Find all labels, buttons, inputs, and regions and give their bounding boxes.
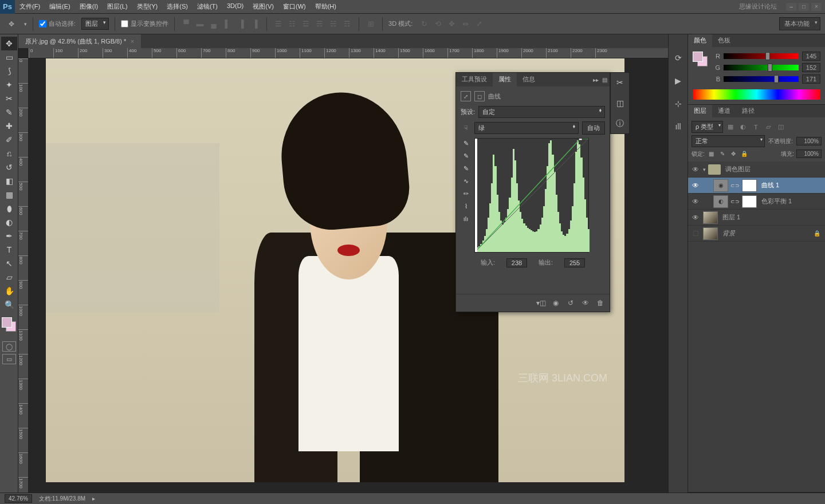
actions-panel-icon[interactable]: ▶	[672, 74, 685, 87]
3d-orbit-icon[interactable]: ↻	[418, 18, 430, 30]
filter-smart-icon[interactable]: ◫	[776, 123, 786, 132]
filter-adj-icon[interactable]: ◐	[738, 123, 748, 132]
path-tool[interactable]: ↖	[1, 257, 17, 270]
ruler-vertical[interactable]: 0100200300400500600700800900100011001200…	[18, 58, 29, 493]
histogram-panel-icon[interactable]: ıll	[672, 120, 685, 133]
auto-align-icon[interactable]: ⊞	[365, 18, 376, 30]
layer-name[interactable]: 曲线 1	[759, 181, 779, 190]
align-hcenter-icon[interactable]: ▐	[235, 18, 247, 30]
distribute-v-icon[interactable]: ☷	[286, 18, 298, 30]
align-top-icon[interactable]: ▀	[180, 18, 192, 30]
lock-all-icon[interactable]: 🔒	[740, 150, 749, 158]
curve-pencil-icon[interactable]: ✏	[461, 188, 471, 199]
history-brush-tool[interactable]: ↺	[1, 160, 17, 174]
navigator-panel-icon[interactable]: ⊹	[672, 97, 685, 110]
eyedropper-black-icon[interactable]: ✎	[461, 138, 471, 148]
move-tool[interactable]: ✥	[1, 37, 17, 50]
stamp-tool[interactable]: ⎌	[1, 147, 17, 160]
screenmode-icon[interactable]: ▭	[2, 354, 16, 364]
visibility-icon[interactable]: 👁	[690, 166, 701, 174]
tab-properties[interactable]: 属性	[493, 73, 517, 86]
distribute-h-icon[interactable]: ☰	[273, 18, 284, 30]
layer-row-background[interactable]: ☐ 背景 🔒	[688, 226, 825, 242]
3d-scale-icon[interactable]: ⤢	[473, 18, 485, 30]
toggle-visibility-icon[interactable]: 👁	[580, 298, 591, 308]
tab-channels[interactable]: 通道	[712, 105, 736, 117]
link-icon[interactable]: ⊂⊃	[730, 199, 740, 204]
r-slider[interactable]	[724, 53, 799, 59]
color-swatch[interactable]	[693, 52, 709, 68]
curve-hist-icon[interactable]: ılı	[461, 214, 471, 224]
prev-state-icon[interactable]: ◉	[550, 298, 561, 308]
lock-position-icon[interactable]: ✥	[729, 150, 738, 158]
eyedropper-gray-icon[interactable]: ✎	[461, 151, 471, 161]
eyedropper-white-icon[interactable]: ✎	[461, 163, 471, 174]
autoselect-checkbox[interactable]: 自动选择:	[39, 19, 76, 28]
zoom-tool[interactable]: 🔍	[1, 298, 17, 312]
visibility-icon[interactable]: 👁	[690, 198, 701, 206]
layer-name[interactable]: 背景	[720, 229, 735, 238]
menu-item[interactable]: 编辑(E)	[45, 0, 75, 13]
3d-roll-icon[interactable]: ⟲	[432, 18, 443, 30]
wand-tool[interactable]: ✦	[1, 78, 17, 92]
show-transform-checkbox[interactable]: 显示变换控件	[121, 19, 168, 28]
menu-item[interactable]: 选择(S)	[162, 0, 192, 13]
menu-item[interactable]: 视图(V)	[248, 0, 278, 13]
link-icon[interactable]: ⊂⊃	[730, 183, 740, 188]
layer-group-row[interactable]: 👁 ▾ 调色图层	[688, 162, 825, 178]
output-field[interactable]: 255	[564, 258, 585, 267]
filter-shape-icon[interactable]: ▱	[763, 123, 773, 132]
collapse-icon[interactable]: ▸▸	[593, 77, 599, 83]
close-tab-icon[interactable]: ×	[131, 38, 134, 45]
tab-layers[interactable]: 图层	[688, 105, 712, 117]
menu-item[interactable]: 类型(Y)	[132, 0, 163, 13]
visibility-icon[interactable]: 👁	[690, 182, 701, 190]
3d-pan-icon[interactable]: ✥	[446, 18, 457, 30]
menu-item[interactable]: 文件(F)	[15, 0, 45, 13]
b-value[interactable]: 171	[802, 74, 820, 84]
eyedropper-tool[interactable]: ✎	[1, 105, 17, 119]
type-tool[interactable]: T	[1, 243, 17, 257]
layer-row-curves[interactable]: 👁 ◉ ⊂⊃ 曲线 1	[688, 178, 825, 194]
finger-icon[interactable]: ☟	[461, 124, 471, 132]
shape-tool[interactable]: ▱	[1, 270, 17, 284]
align-right-icon[interactable]: ▐	[249, 18, 261, 30]
r-value[interactable]: 145	[802, 52, 820, 61]
chevron-right-icon[interactable]: ▸	[92, 495, 95, 502]
blend-mode-select[interactable]: 正常	[692, 135, 765, 147]
align-left-icon[interactable]: ▌	[222, 18, 233, 30]
menu-item[interactable]: 图像(I)	[75, 0, 103, 13]
layer-name[interactable]: 调色图层	[723, 165, 751, 174]
preset-select[interactable]: 自定	[478, 106, 605, 118]
menu-item[interactable]: 帮助(H)	[311, 0, 341, 13]
history-panel-icon[interactable]: ⟳	[672, 52, 685, 64]
tab-toolpresets[interactable]: 工具预设	[456, 73, 493, 86]
layer-kind-filter[interactable]: ρ 类型	[692, 121, 723, 133]
tab-swatches[interactable]: 色板	[712, 34, 736, 47]
disclosure-icon[interactable]: ▾	[703, 167, 706, 172]
curve-point-icon[interactable]: ∿	[461, 176, 471, 186]
workspace-select[interactable]: 基本功能	[779, 17, 820, 30]
eraser-tool[interactable]: ◧	[1, 174, 17, 188]
window-close[interactable]: ×	[811, 3, 822, 11]
menu-item[interactable]: 滤镜(T)	[192, 0, 222, 13]
crop-tool[interactable]: ✂	[1, 92, 17, 105]
b-slider[interactable]	[724, 76, 799, 82]
hand-tool[interactable]: ✋	[1, 284, 17, 298]
spectrum-bar[interactable]	[693, 89, 820, 100]
visibility-hidden-icon[interactable]: ☐	[690, 230, 701, 238]
blur-tool[interactable]: ⬮	[1, 202, 17, 215]
menu-item[interactable]: 图层(L)	[103, 0, 132, 13]
gradient-tool[interactable]: ▦	[1, 188, 17, 202]
tab-info[interactable]: 信息	[517, 73, 541, 86]
tab-color[interactable]: 颜色	[688, 34, 712, 47]
menu-item[interactable]: 窗口(W)	[278, 0, 311, 13]
adjustments-icon[interactable]: ✂	[614, 76, 626, 89]
marquee-tool[interactable]: ▭	[1, 50, 17, 64]
distribute-6-icon[interactable]: ☶	[341, 18, 353, 30]
tab-paths[interactable]: 路径	[736, 105, 760, 117]
filter-pixel-icon[interactable]: ▦	[725, 123, 736, 132]
opacity-value[interactable]: 100%	[796, 137, 822, 145]
filter-type-icon[interactable]: T	[751, 123, 761, 132]
lock-pixels-icon[interactable]: ✎	[718, 150, 727, 158]
